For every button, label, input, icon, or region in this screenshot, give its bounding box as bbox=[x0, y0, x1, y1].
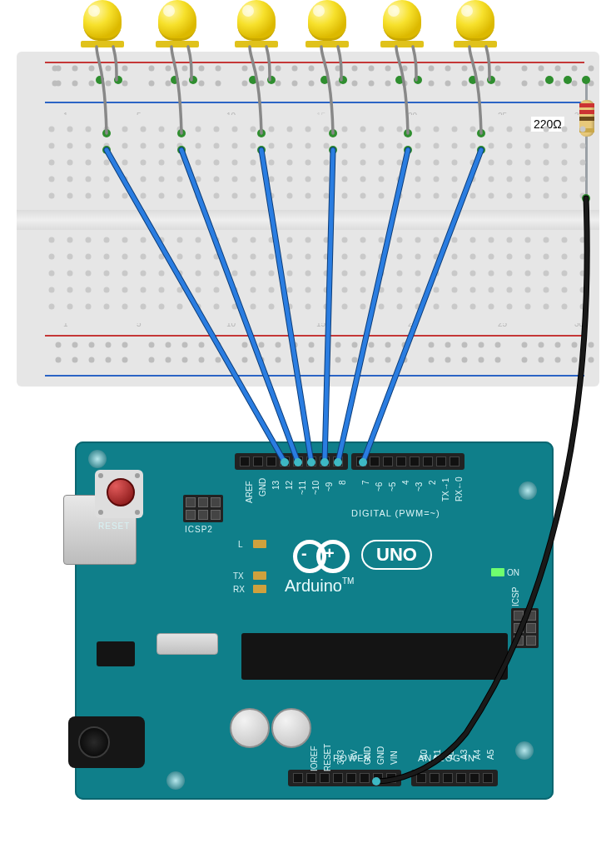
pin-label: 7 bbox=[361, 480, 370, 485]
barrel-jack bbox=[68, 716, 145, 768]
led-6 bbox=[456, 0, 498, 67]
led-tx-label: TX bbox=[233, 571, 244, 581]
pin-label: A2 bbox=[446, 750, 455, 760]
pin-label: A4 bbox=[473, 750, 482, 760]
icsp2-label: ICSP2 bbox=[185, 525, 213, 534]
pin-label: VIN bbox=[390, 751, 399, 765]
pin-label: A5 bbox=[486, 750, 495, 760]
pin-label: ~10 bbox=[311, 481, 320, 495]
pin-label: GND bbox=[376, 746, 385, 765]
pin-label: 2 bbox=[428, 480, 437, 485]
atmega-chip bbox=[241, 633, 508, 680]
breadboard: 1 5 10 15 20 25 30 1 5 10 15 20 25 30 A … bbox=[17, 52, 599, 387]
pin-label: ~3 bbox=[415, 482, 424, 491]
reset-cap-icon bbox=[107, 478, 135, 506]
icsp-header bbox=[511, 608, 539, 648]
led-5 bbox=[383, 0, 425, 67]
digital-header-right bbox=[351, 453, 464, 470]
led-4 bbox=[308, 0, 350, 67]
wiring-diagram: 1 5 10 15 20 25 30 1 5 10 15 20 25 30 A … bbox=[0, 0, 616, 853]
pin-label: GND bbox=[258, 478, 267, 496]
pin-label: GND bbox=[363, 746, 372, 765]
pin-label: AREF bbox=[245, 481, 254, 503]
analog-header bbox=[411, 770, 498, 786]
icsp-label: ICSP bbox=[511, 587, 520, 606]
pin-label: ~9 bbox=[325, 482, 334, 491]
pin-label: 3V3 bbox=[336, 750, 345, 765]
icsp2-header bbox=[183, 495, 223, 522]
arduino-name: Arduino bbox=[285, 576, 342, 595]
pin-label: TX→1 bbox=[441, 478, 450, 501]
led-l-label: L bbox=[238, 540, 243, 549]
led-2 bbox=[158, 0, 200, 67]
pin-label: ~5 bbox=[388, 482, 397, 491]
pin-label: A0 bbox=[420, 750, 429, 760]
pin-label: 8 bbox=[338, 480, 347, 485]
led-on-label: ON bbox=[507, 568, 519, 577]
pin-label: A1 bbox=[433, 750, 442, 760]
capacitor bbox=[230, 708, 270, 748]
digital-header-left bbox=[235, 453, 348, 470]
power-rail-bottom bbox=[17, 333, 599, 380]
pin-label: 4 bbox=[401, 480, 410, 485]
tm: TM bbox=[342, 576, 354, 586]
power-header bbox=[288, 770, 401, 786]
led-3 bbox=[237, 0, 279, 67]
pin-label: A3 bbox=[460, 750, 469, 760]
pin-label: 13 bbox=[271, 481, 281, 490]
resistor-label: 220Ω bbox=[531, 117, 564, 132]
capacitor bbox=[271, 708, 311, 748]
pin-label: 12 bbox=[285, 481, 294, 490]
pin-label: RX←0 bbox=[455, 477, 464, 501]
resistor-220 bbox=[578, 83, 596, 183]
breadboard-main bbox=[17, 115, 599, 323]
reset-label: RESET bbox=[98, 521, 130, 531]
pin-label: RESET bbox=[323, 744, 332, 771]
pin-label: IOREF bbox=[310, 746, 319, 771]
digital-section-label: DIGITAL (PWM=~) bbox=[351, 508, 440, 518]
arduino-logo-icon: - + bbox=[293, 540, 350, 568]
pin-label: ~11 bbox=[298, 481, 307, 495]
led-rx-label: RX bbox=[233, 585, 245, 594]
reset-button[interactable] bbox=[95, 470, 143, 518]
uno-label: UNO bbox=[361, 540, 432, 570]
pin-label: 5V bbox=[350, 750, 359, 760]
arduino-uno: RESET ICSP2 AREF GND 13 12 ~11 ~10 ~9 8 … bbox=[75, 441, 554, 800]
pin-label: ~6 bbox=[375, 482, 384, 491]
led-1 bbox=[83, 0, 125, 67]
